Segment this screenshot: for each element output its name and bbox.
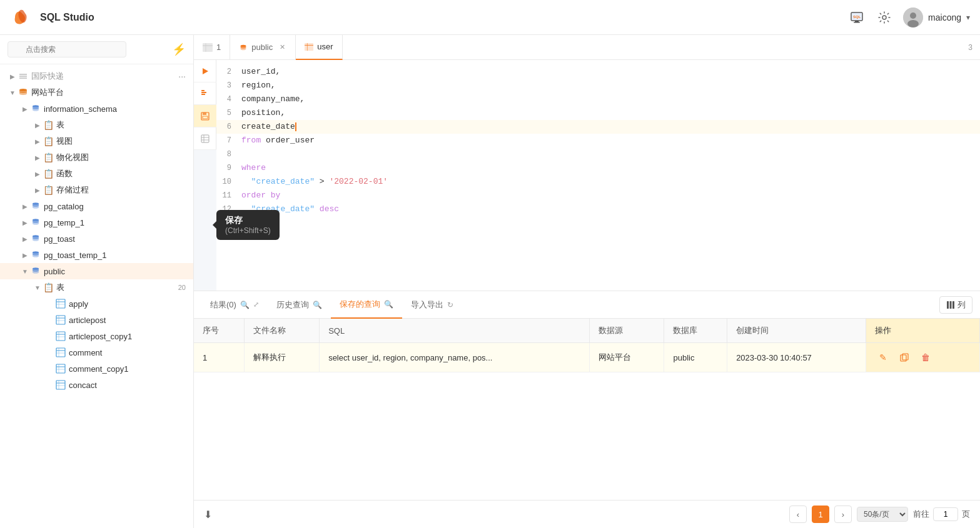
table-tab-icon — [203, 43, 213, 52]
sidebar-item-biao20[interactable]: ▼ 📋 表 20 — [0, 279, 193, 296]
code-line: 7 from order_user — [216, 134, 980, 147]
code-line: 3 region, — [216, 79, 980, 92]
sidebar-item-apply[interactable]: ▶ apply — [0, 296, 193, 312]
tree-arrow-spacer: ▶ — [45, 315, 55, 325]
sidebar-item-shitu1[interactable]: ▶ 📋 视图 — [0, 133, 193, 149]
tab-history-label: 历史查询 — [276, 299, 309, 311]
tree-label-apply: apply — [69, 299, 186, 309]
svg-rect-24 — [56, 332, 65, 341]
sidebar-item-articlepost[interactable]: ▶ articlepost — [0, 312, 193, 328]
tree-arrow-icon: ▶ — [8, 71, 18, 81]
cell-actions: ✎ 🗑 — [866, 343, 979, 372]
columns-icon — [946, 301, 955, 309]
tree-label-pg-catalog: pg_catalog — [44, 202, 186, 211]
sidebar-item-wangzhan[interactable]: ▼ 网站平台 — [0, 84, 193, 101]
sidebar-item-articlepost-copy1[interactable]: ▶ articlepost_copy1 — [0, 328, 193, 344]
user-menu[interactable]: maicong ▾ — [903, 7, 970, 27]
download-icon[interactable]: ⬇ — [204, 509, 212, 521]
tooltip-title: 保存 — [225, 215, 271, 226]
search-input[interactable] — [8, 41, 126, 57]
run-button[interactable] — [194, 60, 216, 82]
sidebar-item-wuhua1[interactable]: ▶ 📋 物化视图 — [0, 149, 193, 166]
svg-point-8 — [907, 20, 919, 27]
svg-rect-58 — [947, 301, 949, 309]
tree-arrow-icon: ▶ — [33, 136, 43, 146]
tab-1[interactable]: 1 — [194, 35, 230, 60]
editor-toolbar — [194, 60, 216, 150]
refresh-icon[interactable]: ↻ — [447, 301, 453, 309]
tab-saved-label: 保存的查询 — [340, 299, 380, 310]
tab-saved[interactable]: 保存的查询 🔍 — [331, 291, 402, 319]
tabs-end: 3 — [961, 43, 980, 52]
monitor-icon[interactable]: SQL — [848, 9, 866, 26]
tab-results[interactable]: 结果(0) 🔍 ⤢ — [201, 291, 268, 319]
more-icon[interactable]: ··· — [178, 71, 186, 81]
sidebar-item-comment-copy1[interactable]: ▶ comment_copy1 — [0, 361, 193, 377]
svg-rect-16 — [56, 299, 65, 308]
search-wrap: 🔍 — [8, 41, 167, 57]
edit-button[interactable]: ✎ — [875, 349, 891, 366]
saved-queries-table: 序号 文件名称 SQL 数据源 数据库 创建时间 操作 1 — [194, 319, 980, 372]
cell-created-at: 2023-03-30 10:40:57 — [727, 343, 866, 372]
copy-button[interactable] — [896, 349, 912, 366]
code-editor[interactable]: 2 user_id, 3 region, 4 company_name, 5 p… — [216, 60, 980, 291]
sidebar-item-public[interactable]: ▼ public — [0, 263, 193, 279]
svg-rect-1 — [855, 21, 859, 22]
tab-history[interactable]: 历史查询 🔍 — [268, 291, 331, 319]
delete-button[interactable]: 🗑 — [917, 349, 934, 366]
goto-input[interactable] — [933, 507, 958, 521]
format-button[interactable] — [194, 82, 216, 105]
sidebar-item-comment[interactable]: ▶ comment — [0, 344, 193, 361]
goto-label: 前往 — [913, 509, 929, 520]
col-actions: 操作 — [866, 319, 979, 343]
tree-arrow-icon: ▶ — [20, 234, 30, 244]
tree-label-biao1: 表 — [56, 119, 186, 131]
settings-icon[interactable] — [876, 9, 893, 26]
save-button[interactable] — [194, 105, 216, 127]
sidebar-item-pg-toast[interactable]: ▶ pg_toast — [0, 231, 193, 247]
tree-label-wangzhan: 网站平台 — [31, 87, 186, 98]
svg-point-7 — [910, 12, 916, 19]
sidebar-item-hanshu1[interactable]: ▶ 📋 函数 — [0, 166, 193, 182]
code-line: 8 — [216, 147, 980, 161]
tree-arrow-icon: ▶ — [33, 120, 43, 130]
expand-icon[interactable]: ⤢ — [253, 301, 259, 309]
next-page-button[interactable]: › — [834, 506, 852, 523]
current-page-button[interactable]: 1 — [812, 506, 829, 523]
col-database: 数据库 — [664, 319, 727, 343]
tab-import-export-label: 导入导出 — [411, 299, 443, 311]
tree-arrow-icon: ▶ — [20, 201, 30, 211]
col-index: 序号 — [194, 319, 245, 343]
sidebar-item-concact[interactable]: ▶ concact — [0, 377, 193, 393]
code-line: 9 where — [216, 161, 980, 175]
tab-close-icon[interactable]: ✕ — [278, 43, 286, 52]
tree-label-comment-copy1: comment_copy1 — [69, 364, 186, 374]
schema-icon — [30, 249, 41, 261]
sidebar-item-pg-catalog[interactable]: ▶ pg_catalog — [0, 198, 193, 214]
tab-user[interactable]: user — [296, 35, 342, 60]
prev-page-button[interactable]: ‹ — [789, 506, 807, 523]
db-icon — [18, 87, 29, 98]
search-icon: 🔍 — [313, 301, 322, 309]
tree-label-cunchu1: 存储过程 — [56, 184, 186, 196]
per-page-select[interactable]: 50条/页 100条/页 200条/页 — [857, 507, 908, 522]
code-line: 4 company_name, — [216, 92, 980, 106]
sidebar-item-biao1[interactable]: ▶ 📋 表 — [0, 117, 193, 133]
tree-arrow-icon: ▼ — [33, 282, 43, 292]
sidebar-item-pg-toast-temp1[interactable]: ▶ pg_toast_temp_1 — [0, 247, 193, 263]
tree-label-info-schema: information_schema — [44, 104, 186, 114]
sidebar-item-pg-temp1[interactable]: ▶ pg_temp_1 — [0, 214, 193, 231]
svg-rect-50 — [201, 94, 205, 95]
lightning-icon[interactable]: ⚡ — [172, 42, 186, 56]
user-chevron-icon: ▾ — [966, 13, 970, 22]
header-actions: SQL maicong ▾ — [848, 7, 970, 27]
table-view-button[interactable] — [194, 127, 216, 150]
sidebar-item-guoji[interactable]: ▶ 国际快递 ··· — [0, 68, 193, 84]
tree-label-pg-toast: pg_toast — [44, 234, 186, 244]
sidebar-item-info-schema[interactable]: ▶ information_schema — [0, 101, 193, 117]
columns-button[interactable]: 列 — [939, 296, 972, 314]
sidebar-item-cunchu1[interactable]: ▶ 📋 存储过程 — [0, 182, 193, 198]
tab-import-export[interactable]: 导入导出 ↻ — [402, 291, 462, 319]
tree-arrow-spacer: ▶ — [45, 347, 55, 357]
tab-public[interactable]: public ✕ — [230, 35, 296, 60]
